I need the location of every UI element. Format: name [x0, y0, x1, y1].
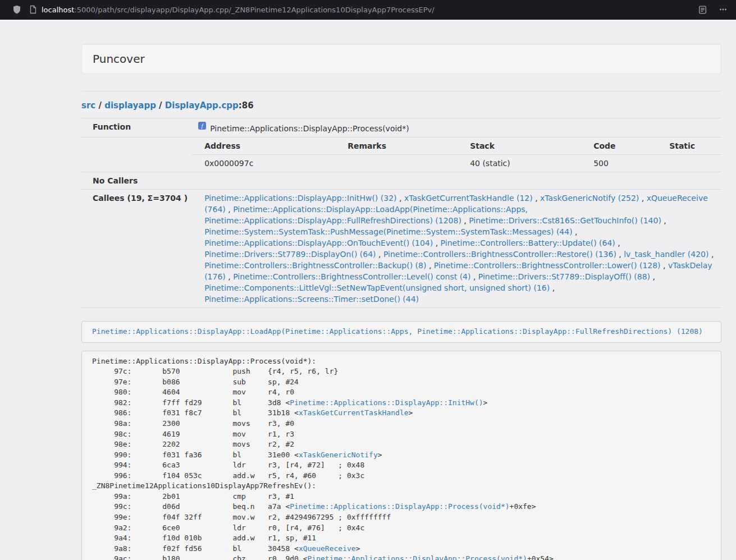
callee-link[interactable]: xTaskGetCurrentTaskHandle (12): [404, 194, 533, 203]
col-address: Address: [192, 137, 348, 155]
callee-link[interactable]: Pinetime::Controllers::Battery::Update()…: [441, 238, 615, 247]
disassembly-code: Pinetime::Applications::DisplayApp::Proc…: [81, 351, 721, 560]
callee-separator: ,: [426, 261, 433, 270]
function-table: Function f Pinetime::Applications::Displ…: [81, 118, 721, 308]
url-domain: localhost: [42, 6, 74, 14]
callee-link[interactable]: lv_task_handler (420): [624, 250, 708, 259]
callees-list: Pinetime::Applications::DisplayApp::Init…: [192, 190, 721, 308]
breadcrumb-link-displayapp[interactable]: displayapp: [104, 100, 156, 111]
function-row-label: Function: [81, 118, 192, 137]
no-callers-row: No Callers: [81, 172, 721, 190]
callee-separator: ,: [226, 272, 233, 281]
callee-separator: ,: [533, 194, 540, 203]
callee-separator: ,: [661, 261, 668, 270]
url-path: :5000/path/src/displayapp/DisplayApp.cpp…: [74, 6, 434, 14]
detail-value-row: 0x0000097c 40 (static) 500: [192, 155, 721, 172]
page-icon[interactable]: [29, 5, 37, 14]
callee-separator: ,: [708, 250, 714, 259]
callee-separator: ,: [615, 238, 620, 247]
callee-link[interactable]: Pinetime::Controllers::BrightnessControl…: [383, 250, 616, 259]
callees-row: Callees (19, Σ=3704 ) Pinetime::Applicat…: [81, 190, 721, 308]
stack-value: 40 (static): [470, 155, 593, 172]
disassembly-symbol-link[interactable]: Pinetime::Applications::DisplayApp::Proc…: [290, 502, 509, 511]
breadcrumb-separator: /: [95, 100, 104, 111]
callee-separator: ,: [573, 227, 578, 236]
page-title: Puncover: [93, 52, 145, 66]
callee-link[interactable]: Pinetime::Controllers::BrightnessControl…: [434, 261, 661, 270]
shield-icon[interactable]: [12, 5, 21, 14]
callee-separator: ,: [650, 272, 655, 281]
callee-link[interactable]: Pinetime::Controllers::BrightnessControl…: [233, 272, 470, 281]
browser-toolbar: localhost:5000/path/src/displayapp/Displ…: [0, 0, 736, 20]
disassembly-symbol-link[interactable]: xQueueReceive: [299, 544, 356, 553]
col-code: Code: [593, 137, 669, 155]
remarks-value: [348, 155, 470, 172]
disassembly-symbol-link[interactable]: Pinetime::Applications::DisplayApp::Init…: [290, 398, 483, 407]
callee-link[interactable]: Pinetime::Drivers::St7789::DisplayOff() …: [478, 272, 650, 281]
callee-separator: ,: [616, 250, 624, 259]
address-value: 0x0000097c: [192, 155, 348, 172]
detail-header-row: Address Remarks Stack Code Static: [192, 137, 721, 155]
function-icon: f: [198, 121, 207, 133]
disassembly-symbol-link[interactable]: xTaskGenericNotify: [299, 451, 378, 459]
callee-separator: ,: [226, 205, 233, 214]
callee-link[interactable]: Pinetime::Drivers::St7789::DisplayOn() (…: [204, 250, 376, 259]
callee-link[interactable]: Pinetime::Applications::DisplayApp::OnTo…: [204, 238, 433, 247]
breadcrumb-link-file[interactable]: DisplayApp.cpp: [165, 100, 239, 111]
breadcrumb-link-src[interactable]: src: [81, 100, 95, 111]
callee-link[interactable]: Pinetime::Components::LittleVgl::SetNewT…: [204, 283, 550, 292]
function-detail-row: Address Remarks Stack Code Static 0x0000…: [81, 137, 721, 172]
loadapp-symbol-link[interactable]: Pinetime::Applications::DisplayApp::Load…: [92, 327, 703, 336]
callee-separator: ,: [470, 272, 478, 281]
code-value: 500: [593, 155, 669, 172]
callee-link[interactable]: Pinetime::Drivers::Cst816S::GetTouchInfo…: [469, 216, 661, 225]
col-remarks: Remarks: [348, 137, 470, 155]
callee-link[interactable]: Pinetime::Controllers::BrightnessControl…: [204, 261, 426, 270]
no-callers-cell: [192, 172, 721, 190]
col-static: Static: [669, 137, 721, 155]
detail-table: Address Remarks Stack Code Static 0x0000…: [192, 137, 721, 172]
breadcrumb: src / displayapp / DisplayApp.cpp:86: [81, 100, 721, 111]
function-name-cell: f Pinetime::Applications::DisplayApp::Pr…: [192, 118, 721, 137]
selected-symbol-box: Pinetime::Applications::DisplayApp::Load…: [81, 321, 721, 343]
divider: [81, 91, 721, 91]
breadcrumb-line-number: :86: [239, 100, 254, 111]
empty-label-cell: [81, 137, 192, 172]
callee-link[interactable]: Pinetime::System::SystemTask::PushMessag…: [204, 227, 573, 236]
breadcrumb-separator: /: [156, 100, 165, 111]
callee-separator: ,: [550, 283, 555, 292]
col-stack: Stack: [470, 137, 593, 155]
disassembly-symbol-link[interactable]: Pinetime::Applications::DisplayApp::Proc…: [308, 554, 527, 560]
static-value: [669, 155, 721, 172]
callee-separator: ,: [639, 194, 646, 203]
callee-separator: ,: [376, 250, 383, 259]
detail-table-cell: Address Remarks Stack Code Static 0x0000…: [192, 137, 721, 172]
function-name: Pinetime::Applications::DisplayApp::Proc…: [210, 124, 409, 133]
app-header-panel: Puncover: [81, 44, 721, 74]
no-callers-label: No Callers: [81, 172, 192, 190]
disassembly-symbol-link[interactable]: xTaskGetCurrentTaskHandle: [299, 408, 409, 417]
callee-separator: ,: [433, 238, 440, 247]
callee-separator: ,: [397, 194, 404, 203]
page-content: Puncover src / displayapp / DisplayApp.c…: [81, 20, 721, 560]
callee-link[interactable]: Pinetime::Applications::DisplayApp::Init…: [204, 194, 396, 203]
menu-dots-icon[interactable]: [719, 6, 727, 13]
callee-link[interactable]: Pinetime::Applications::Screens::Timer::…: [204, 295, 419, 304]
callee-separator: ,: [461, 216, 469, 225]
callee-link[interactable]: xTaskGenericNotify (252): [540, 194, 639, 203]
callees-label: Callees (19, Σ=3704 ): [81, 190, 192, 308]
url-bar[interactable]: localhost:5000/path/src/displayapp/Displ…: [42, 6, 687, 14]
callee-separator: ,: [661, 216, 666, 225]
reader-mode-icon[interactable]: [698, 6, 707, 14]
function-row: Function f Pinetime::Applications::Displ…: [81, 118, 721, 137]
